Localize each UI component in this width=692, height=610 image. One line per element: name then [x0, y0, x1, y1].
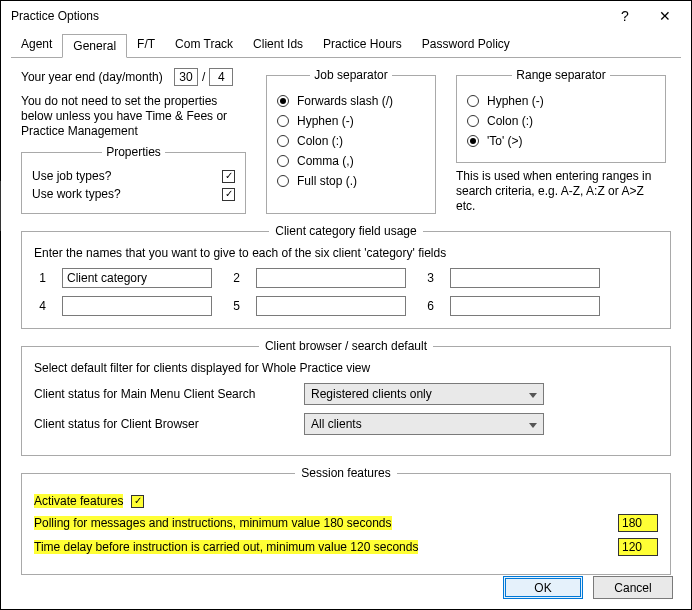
window-title: Practice Options [11, 9, 605, 23]
job-sep-comma-radio[interactable] [277, 155, 289, 167]
client-browser-info: Select default filter for clients displa… [34, 361, 658, 375]
main-menu-search-select[interactable]: Registered clients only [304, 383, 544, 405]
session-features-group: Session features Activate features Polli… [21, 466, 671, 575]
year-end-day-input[interactable] [174, 68, 198, 86]
client-browser-status-value: All clients [311, 417, 362, 431]
properties-legend: Properties [102, 145, 165, 159]
client-browser-status-label: Client status for Client Browser [34, 417, 294, 431]
range-sep-hyphen-radio[interactable] [467, 95, 479, 107]
use-job-types-checkbox[interactable] [222, 170, 235, 183]
client-category-3-input[interactable] [450, 268, 600, 288]
client-category-2-input[interactable] [256, 268, 406, 288]
range-sep-colon-radio[interactable] [467, 115, 479, 127]
year-end-month-input[interactable] [209, 68, 233, 86]
client-category-1-input[interactable] [62, 268, 212, 288]
client-category-legend: Client category field usage [269, 224, 422, 238]
job-sep-colon-radio[interactable] [277, 135, 289, 147]
tab-agent[interactable]: Agent [11, 33, 62, 57]
time-delay-label: Time delay before instruction is carried… [34, 540, 418, 554]
use-work-types-label: Use work types? [32, 187, 121, 201]
range-sep-to-radio[interactable] [467, 135, 479, 147]
client-category-info: Enter the names that you want to give to… [34, 246, 658, 260]
tab-general[interactable]: General [62, 34, 127, 58]
client-category-5-input[interactable] [256, 296, 406, 316]
activate-features-label: Activate features [34, 494, 123, 508]
help-button[interactable]: ? [605, 2, 645, 30]
activate-features-checkbox[interactable] [131, 495, 144, 508]
year-end-label: Your year end (day/month) [21, 70, 163, 84]
chevron-down-icon [529, 387, 537, 401]
client-category-4-input[interactable] [62, 296, 212, 316]
range-separator-legend: Range separator [512, 68, 609, 82]
tab-com-track[interactable]: Com Track [165, 33, 243, 57]
properties-note: You do not need to set the properties be… [21, 94, 236, 139]
time-delay-value-input[interactable] [618, 538, 658, 556]
client-category-group: Client category field usage Enter the na… [21, 224, 671, 329]
tab-ft[interactable]: F/T [127, 33, 165, 57]
range-separator-group: Range separator Hyphen (-) Colon (:) 'To… [456, 68, 666, 163]
job-separator-legend: Job separator [310, 68, 391, 82]
job-sep-stop-radio[interactable] [277, 175, 289, 187]
tab-strip: Agent General F/T Com Track Client Ids P… [11, 33, 681, 58]
range-separator-note: This is used when entering ranges in sea… [456, 169, 666, 214]
tab-practice-hours[interactable]: Practice Hours [313, 33, 412, 57]
polling-value-input[interactable] [618, 514, 658, 532]
close-button[interactable]: ✕ [645, 2, 685, 30]
tab-client-ids[interactable]: Client Ids [243, 33, 313, 57]
polling-label: Polling for messages and instructions, m… [34, 516, 392, 530]
properties-group: Properties Use job types? Use work types… [21, 145, 246, 214]
main-menu-search-value: Registered clients only [311, 387, 432, 401]
session-features-legend: Session features [295, 466, 396, 480]
use-work-types-checkbox[interactable] [222, 188, 235, 201]
cancel-button[interactable]: Cancel [593, 576, 673, 599]
client-category-6-input[interactable] [450, 296, 600, 316]
job-sep-fslash-radio[interactable] [277, 95, 289, 107]
use-job-types-label: Use job types? [32, 169, 111, 183]
main-menu-search-label: Client status for Main Menu Client Searc… [34, 387, 294, 401]
job-sep-hyphen-radio[interactable] [277, 115, 289, 127]
client-browser-status-select[interactable]: All clients [304, 413, 544, 435]
client-browser-legend: Client browser / search default [259, 339, 433, 353]
chevron-down-icon [529, 417, 537, 431]
ok-button[interactable]: OK [503, 576, 583, 599]
job-separator-group: Job separator Forwards slash (/) Hyphen … [266, 68, 436, 214]
client-browser-group: Client browser / search default Select d… [21, 339, 671, 456]
tab-password-policy[interactable]: Password Policy [412, 33, 520, 57]
